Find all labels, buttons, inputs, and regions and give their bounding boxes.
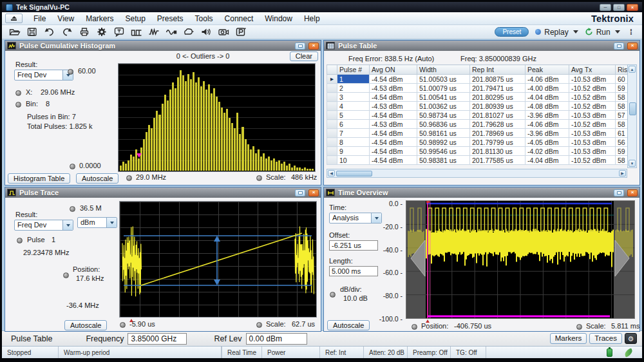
menu-help[interactable]: Help xyxy=(298,13,326,24)
window-close-button[interactable]: × xyxy=(627,4,638,11)
replay-control[interactable]: Replay xyxy=(535,28,578,37)
time-overview-panel-titlebar[interactable]: Time Overview × xyxy=(324,187,639,198)
pulse-trace-close-button[interactable]: × xyxy=(308,189,319,196)
run-dropdown-icon[interactable] xyxy=(615,30,620,33)
table-row[interactable]: 6-4.53 dBm50.96836 us201.79628 us-4.06 d… xyxy=(327,120,628,129)
settings-gear-icon[interactable] xyxy=(93,26,110,39)
ref-lev-input[interactable]: 0.00 dBm xyxy=(246,333,307,345)
print-icon[interactable] xyxy=(75,26,93,39)
row-selector[interactable] xyxy=(327,120,337,129)
dbdiv-knob-icon[interactable] xyxy=(330,292,336,298)
pulse-select-knob-icon[interactable] xyxy=(17,238,23,243)
replay-dropdown-icon[interactable] xyxy=(573,30,578,33)
trace-units-dropdown[interactable]: dBm xyxy=(77,217,117,228)
table-row[interactable]: 8-4.54 dBm50.98992 us201.79799 us-4.05 d… xyxy=(327,138,628,147)
scale-knob-icon[interactable] xyxy=(256,175,262,181)
table-vertical-scrollbar[interactable]: ▲ ▼ xyxy=(627,64,637,168)
trace-position-knob-icon[interactable] xyxy=(63,272,69,278)
row-selector[interactable] xyxy=(327,84,337,93)
markers-button[interactable]: Markers xyxy=(550,333,587,344)
trace-y-max-knob-icon[interactable] xyxy=(70,206,75,212)
row-selector[interactable] xyxy=(327,111,337,120)
table-row[interactable]: 9-4.54 dBm50.99546 us201.81130 us-4.02 d… xyxy=(327,147,628,156)
overview-scale-knob-icon[interactable] xyxy=(576,324,582,330)
display-settings-gear-icon[interactable]: ⚙ xyxy=(625,333,637,344)
pulse-waveform-display-icon[interactable] xyxy=(145,26,162,39)
table-row[interactable]: 7-4.54 dBm50.98161 us201.78969 us-3.96 d… xyxy=(327,129,628,138)
scroll-up-icon[interactable]: ▲ xyxy=(629,66,636,73)
column-header-pulse-[interactable]: Pulse # xyxy=(337,65,370,75)
column-header-width[interactable]: Width xyxy=(417,65,470,75)
iq-vs-time-display-icon[interactable] xyxy=(162,26,180,39)
window-minimize-button[interactable]: ─ xyxy=(600,4,611,11)
trace-scale-knob-icon[interactable] xyxy=(256,322,262,328)
pulse-table-maximize-button[interactable] xyxy=(614,43,624,50)
histogram-close-button[interactable]: × xyxy=(308,43,319,50)
menu-connect[interactable]: Connect xyxy=(219,13,260,24)
undo-icon[interactable] xyxy=(41,26,58,39)
y-max-knob-icon[interactable] xyxy=(68,69,73,75)
menu-window[interactable]: Window xyxy=(259,13,298,24)
traces-button[interactable]: Traces xyxy=(589,333,622,344)
histogram-marker[interactable] xyxy=(137,153,142,158)
table-horizontal-scrollbar[interactable]: ◀ ▶ xyxy=(327,169,627,178)
signal-generator-icon[interactable] xyxy=(180,26,197,39)
vertical-scroll-thumb[interactable] xyxy=(629,102,636,115)
horizontal-scroll-thumb[interactable] xyxy=(336,171,372,176)
pulse-table-close-button[interactable]: × xyxy=(627,43,638,50)
preset-button[interactable]: Preset xyxy=(495,27,529,37)
save-icon[interactable] xyxy=(23,26,41,39)
scroll-left-icon[interactable]: ◀ xyxy=(328,170,335,176)
pulse-table-panel-titlebar[interactable]: Pulse Table × xyxy=(324,41,639,51)
histogram-maximize-button[interactable] xyxy=(295,43,305,50)
text-annotation-icon[interactable] xyxy=(110,26,128,39)
trace-x-start-knob-icon[interactable] xyxy=(120,322,126,328)
overview-position-knob-icon[interactable] xyxy=(412,324,417,330)
trace-autoscale-button[interactable]: Autoscale xyxy=(64,320,107,330)
row-selector[interactable]: ▶ xyxy=(327,75,337,84)
table-row[interactable]: ▶1-4.54 dBm51.00503 us201.80875 us-4.06 … xyxy=(327,75,628,84)
open-folder-icon[interactable] xyxy=(6,26,23,39)
row-selector[interactable] xyxy=(327,93,337,102)
bin-knob-icon[interactable] xyxy=(15,102,21,108)
histogram-panel-titlebar[interactable]: Pulse Cumulative Histogram × xyxy=(5,41,321,51)
time-overview-plot[interactable] xyxy=(406,200,635,319)
table-row[interactable]: 3-4.54 dBm51.00541 us201.80295 us-4.04 d… xyxy=(327,93,628,102)
pulse-trace-plot[interactable] xyxy=(119,201,317,318)
histogram-autoscale-button[interactable]: Autoscale xyxy=(76,173,118,184)
table-row[interactable]: 10-4.54 dBm50.98381 us201.77585 us-4.04 … xyxy=(327,156,628,165)
run-control[interactable]: Run xyxy=(585,28,620,37)
trace-result-dropdown[interactable]: Freq Dev xyxy=(14,220,73,231)
redo-icon[interactable] xyxy=(58,26,75,39)
presets-p-icon[interactable] xyxy=(232,26,249,39)
x-start-knob-icon[interactable] xyxy=(126,175,132,181)
pulse-trace-panel-titlebar[interactable]: Pulse Trace × xyxy=(5,187,321,198)
x-knob-icon[interactable] xyxy=(15,90,21,96)
menu-presets[interactable]: Presets xyxy=(151,13,189,24)
camera-capture-icon[interactable] xyxy=(214,26,232,39)
table-row[interactable]: 5-4.54 dBm50.98734 us201.81027 us-3.96 d… xyxy=(327,111,628,120)
scroll-right-icon[interactable]: ▶ xyxy=(619,170,626,176)
pulse-trace-maximize-button[interactable] xyxy=(295,189,305,196)
more-options-icon[interactable]: ⁞ xyxy=(627,29,636,35)
row-selector[interactable] xyxy=(327,138,337,147)
audio-demod-icon[interactable] xyxy=(197,26,214,39)
column-header-avg-on[interactable]: Avg ON xyxy=(370,65,417,75)
menu-markers[interactable]: Markers xyxy=(80,13,119,24)
histogram-table-button[interactable]: Histogram Table xyxy=(8,173,70,184)
time-overview-maximize-button[interactable] xyxy=(614,189,624,196)
pulse-table[interactable]: Pulse #Avg ONWidthRep IntPeakAvg TxRise … xyxy=(327,64,628,165)
row-selector[interactable] xyxy=(327,102,337,111)
y-min-knob-icon[interactable] xyxy=(70,164,75,169)
table-row[interactable]: 4-4.53 dBm51.00362 us201.80939 us-4.08 d… xyxy=(327,102,628,111)
column-header-peak[interactable]: Peak xyxy=(526,65,569,75)
menu-tools[interactable]: Tools xyxy=(189,13,219,24)
pulse-train-display-icon[interactable] xyxy=(128,26,145,39)
menu-view[interactable]: View xyxy=(52,13,80,24)
column-header-rep-int[interactable]: Rep Int xyxy=(470,65,526,75)
row-selector[interactable] xyxy=(327,129,337,138)
histogram-plot[interactable] xyxy=(118,63,316,172)
overview-autoscale-button[interactable]: Autoscale xyxy=(327,320,370,330)
row-selector[interactable] xyxy=(327,156,337,165)
clear-button[interactable]: Clear xyxy=(290,52,318,61)
